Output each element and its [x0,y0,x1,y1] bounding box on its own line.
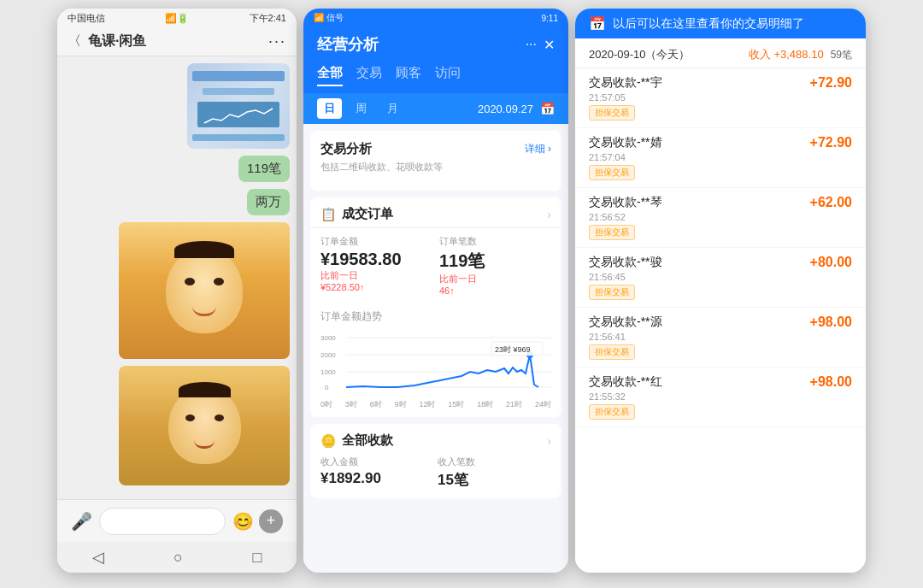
tx-time-0: 21:57:05 [589,92,852,103]
analysis-card-title: 交易分析 [320,141,372,157]
tx-top-4: 交易收款-**源 +98.00 [589,315,852,330]
tx-amount-1: +72.90 [810,135,852,150]
tx-top-5: 交易收款-**红 +98.00 [589,374,852,390]
phone2: 📶 信号 9:11 经营分析 ··· ✕ 全部 交易 顾客 访问 日 周 月 2… [303,9,568,573]
chat-msg-count: 119笔 [64,156,290,182]
amount-text: 两万 [256,194,281,209]
tx-amount-0: +72.90 [810,75,852,91]
tx-item-4: 交易收款-**源 +98.00 21:56:41 担保交易 [575,308,866,368]
date-display[interactable]: 2020.09.27 [478,103,533,115]
emoji-icon[interactable]: 😊 [232,511,254,532]
date-row: 日 周 月 2020.09.27 📅 [303,93,568,124]
tx-top-0: 交易收款-**宇 +72.90 [589,75,852,91]
back-button[interactable]: 〈 [68,32,81,50]
phone1: 中国电信 📶🔋 下午2:41 〈 龟课·闲鱼 ··· [57,9,297,573]
chart-container: 3000 2000 1000 0 23时 ¥969 [320,329,551,397]
period-week[interactable]: 周 [349,98,373,119]
tab-all[interactable]: 全部 [317,62,343,86]
receipts-icon: 🪙 [320,433,337,449]
tx-amount-4: +98.00 [810,315,852,330]
receipts-title: 🪙 全部收款 [320,432,393,449]
chart-x-labels: 0时 3时 6时 9时 12时 15时 18时 21时 24时 [320,399,551,410]
phone2-body: 交易分析 详细 › 包括二维码收款、花呗收款等 📋 成交订单 › 订单金额 ¥1… [303,124,568,573]
x-label-24: 24时 [535,399,551,410]
summary-count: 59笔 [831,48,852,62]
tx-time-1: 21:57:04 [589,152,852,162]
income-count-value: 15笔 [438,470,551,490]
detail-link[interactable]: 详细 › [525,142,551,156]
tx-top-3: 交易收款-**骏 +80.00 [589,255,852,270]
chat-msg-photo2 [64,366,290,485]
summary-date: 2020-09-10（今天） [589,47,691,62]
x-label-9: 9时 [395,399,407,410]
status-left: 📶 信号 [314,12,344,24]
order-count-compare: 46↑ [439,285,551,296]
income-count-stat: 收入笔数 15笔 [438,456,551,490]
analysis-card: 交易分析 详细 › 包括二维码收款、花呗收款等 [310,131,561,191]
screens-container: 中国电信 📶🔋 下午2:41 〈 龟课·闲鱼 ··· [49,0,874,588]
order-count-compare-label: 比前一日 [439,273,551,285]
more-button[interactable]: ··· [268,32,286,50]
status-time: 9:11 [542,14,558,23]
tx-item-0: 交易收款-**宇 +72.90 21:57:05 担保交易 [575,68,866,128]
chart-area: 订单金额趋势 3000 2000 1000 0 [310,303,561,417]
order-count-value: 119笔 [439,250,551,273]
close-icon[interactable]: ✕ [544,37,555,53]
status-bar-1: 中国电信 📶🔋 下午2:41 [57,9,297,27]
x-label-15: 15时 [448,399,464,410]
tx-time-2: 21:56:52 [589,212,852,222]
nav-back-icon[interactable]: ◁ [92,548,104,567]
chart-svg: 3000 2000 1000 0 23时 ¥969 [320,329,551,397]
tx-name-2: 交易收款-**琴 [589,195,662,210]
order-amount-compare-label-text: 比前一日 [320,270,358,280]
tx-tag-4: 担保交易 [589,344,635,360]
tx-top-1: 交易收款-**婧 +72.90 [589,135,852,150]
chat-title: 龟课·闲鱼 [88,32,268,50]
orders-arrow[interactable]: › [547,208,551,221]
tx-name-3: 交易收款-**骏 [589,255,662,270]
tx-item-1: 交易收款-**婧 +72.90 21:57:04 担保交易 [575,128,866,188]
tab-customer[interactable]: 顾客 [396,62,421,86]
orders-title: 📋 成交订单 [320,206,393,222]
nav-recent-icon[interactable]: □ [252,549,262,567]
receipts-arrow[interactable]: › [547,434,551,448]
tx-amount-5: +98.00 [810,374,852,390]
tab-visit[interactable]: 访问 [435,62,461,86]
chat-msg-product [64,63,290,149]
attach-icon[interactable]: + [259,509,283,533]
date-summary: 2020-09-10（今天） 收入 +3,488.10 59笔 [575,38,866,68]
tx-time-4: 21:56:41 [589,332,852,342]
orders-title-text: 成交订单 [342,206,393,222]
input-bar[interactable]: 🎤 😊 + [57,499,297,542]
order-amount-label: 订单金额 [320,235,432,248]
period-day[interactable]: 日 [317,98,342,119]
income-amount-value: ¥1892.90 [320,470,434,487]
order-amount-compare: ¥5228.50↑ [320,282,432,292]
more-icon[interactable]: ··· [526,37,537,52]
tx-name-1: 交易收款-**婧 [589,135,662,150]
nav-home-icon[interactable]: ○ [173,549,183,567]
tab-trade[interactable]: 交易 [356,62,382,86]
analysis-title: 经营分析 [317,34,379,55]
chat-msg-amount: 两万 [64,189,290,215]
tx-item-3: 交易收款-**骏 +80.00 21:56:45 担保交易 [575,248,866,308]
message-input[interactable] [99,508,226,535]
transaction-list: 交易收款-**宇 +72.90 21:57:05 担保交易 交易收款-**婧 +… [575,68,866,573]
period-month[interactable]: 月 [380,98,405,119]
income-amount-label: 收入金额 [320,456,434,468]
product-placeholder [187,63,290,149]
child-photo-1 [119,222,290,359]
voice-icon[interactable]: 🎤 [71,511,92,532]
tx-name-0: 交易收款-**宇 [589,75,662,91]
tx-tag-1: 担保交易 [589,165,635,180]
receipts-stats: 收入金额 ¥1892.90 收入笔数 15笔 [320,456,551,490]
analysis-title-row: 交易分析 详细 › [320,141,551,157]
analysis-subtitle: 包括二维码收款、花呗收款等 [320,161,551,173]
calendar-icon[interactable]: 📅 [540,102,555,115]
tabs-row: 全部 交易 顾客 访问 [303,62,568,93]
nav-bar: ◁ ○ □ [57,542,297,573]
tx-top-2: 交易收款-**琴 +62.00 [589,195,852,210]
order-count-label: 订单笔数 [439,235,551,248]
phone3-body: 2020-09-10（今天） 收入 +3,488.10 59笔 交易收款-**宇… [575,38,866,573]
x-label-21: 21时 [506,399,522,410]
